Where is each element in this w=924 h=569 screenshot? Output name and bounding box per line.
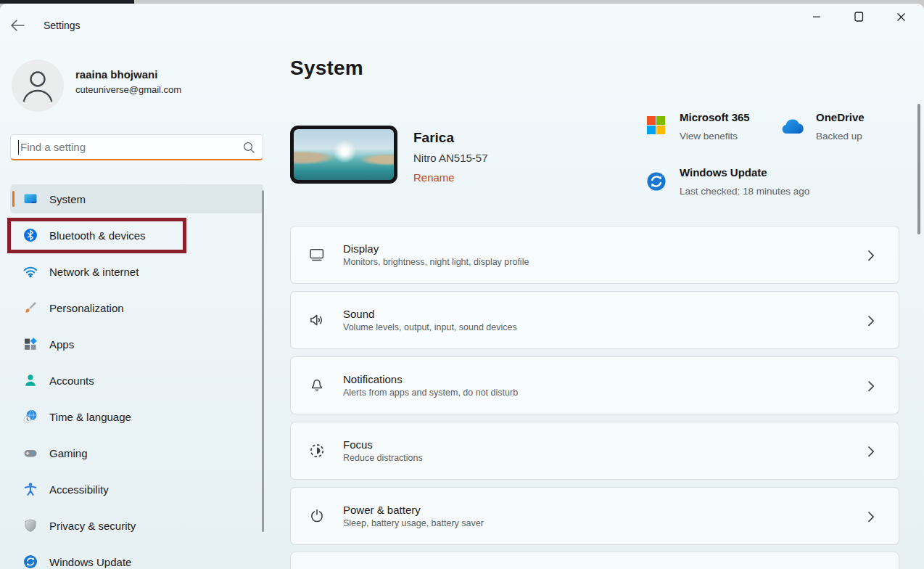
apps-icon [23,337,38,351]
sidebar-item-accessibility[interactable]: Accessibility [10,475,263,504]
row-subtitle: Alerts from apps and system, do not dist… [343,388,518,398]
sidebar-item-label: Gaming [49,447,88,459]
row-subtitle: Monitors, brightness, night light, displ… [343,257,529,267]
back-arrow-icon [10,19,25,32]
privacy-security-icon [23,518,38,533]
close-button[interactable] [888,6,914,28]
rename-link[interactable]: Rename [413,171,455,184]
minimize-icon [812,12,821,21]
text-caret [18,140,19,155]
sidebar-item-time-language[interactable]: Time & language [10,402,263,431]
focus-icon [308,442,326,459]
sidebar-item-label: Accounts [49,374,94,387]
settings-window: Settings raaina bhojwani cuteuniverse@gm… [0,0,924,569]
search-box[interactable] [10,134,263,160]
device-model: Nitro AN515-57 [413,152,488,164]
chevron-right-icon [862,247,880,264]
row-subtitle: Reduce distractions [343,453,423,463]
profile-email: cuteuniverse@gmail.com [75,84,181,95]
profile-name: raaina bhojwani [75,68,157,81]
windows-update-icon [23,554,38,569]
sidebar-item-gaming[interactable]: Gaming [10,438,263,467]
display-icon [308,246,326,263]
microsoft-365-title[interactable]: Microsoft 365 [680,111,750,123]
search-icon [242,141,255,154]
device-thumbnail [290,126,397,184]
sidebar-item-accounts[interactable]: Accounts [10,366,263,395]
power-icon [308,507,326,525]
chevron-right-icon [862,443,880,460]
row-title: Display [343,242,529,255]
minimize-button[interactable] [804,6,830,28]
avatar[interactable] [12,60,64,112]
back-button[interactable] [6,16,29,35]
chevron-right-icon [862,377,880,395]
onedrive-title[interactable]: OneDrive [816,111,865,123]
sidebar-item-label: System [49,193,86,205]
app-title: Settings [44,20,81,31]
settings-row-sound[interactable]: Sound Volume levels, output, input, soun… [290,291,899,349]
accessibility-icon [23,482,38,496]
row-title: Power & battery [343,504,484,516]
accounts-icon [23,373,38,388]
chevron-right-icon [862,312,880,329]
gaming-icon [23,446,38,460]
maximize-icon [854,12,864,22]
microsoft-365-subtitle: View benefits [680,131,738,142]
ms-square-yellow [656,126,665,134]
main-scrollbar[interactable] [917,104,920,234]
bluetooth-icon [23,228,38,242]
search-input[interactable] [20,141,242,153]
sidebar-item-network-internet[interactable]: Network & internet [10,257,263,286]
row-title: Sound [343,308,517,320]
personalization-icon [23,300,38,315]
time-language-icon [23,409,38,424]
sidebar-item-system[interactable]: System [10,184,263,213]
row-subtitle: Volume levels, output, input, sound devi… [343,322,517,332]
sidebar-item-privacy-security[interactable]: Privacy & security [10,511,263,540]
window-surface: Settings raaina bhojwani cuteuniverse@gm… [0,4,924,569]
ms-square-red [647,116,656,125]
sidebar-item-label: Windows Update [49,556,131,568]
settings-row-display[interactable]: Display Monitors, brightness, night ligh… [290,226,899,284]
sidebar-item-apps[interactable]: Apps [10,329,263,359]
sidebar-item-personalization[interactable]: Personalization [10,293,263,322]
close-icon [896,12,906,22]
onedrive-subtitle: Backed up [816,131,862,142]
windows-update-subtitle: Last checked: 18 minutes ago [680,186,809,197]
chevron-right-icon [862,508,880,525]
settings-row-power-battery[interactable]: Power & battery Sleep, battery usage, ba… [290,487,899,545]
settings-row-notifications[interactable]: Notifications Alerts from apps and syste… [290,356,899,414]
sidebar-item-label: Time & language [49,411,131,423]
sidebar-item-label: Accessibility [49,483,109,496]
sidebar-item-label: Bluetooth & devices [49,229,146,242]
sidebar-item-windows-update[interactable]: Windows Update [10,547,263,569]
windows-update-icon [646,171,667,192]
device-name: Farica [413,130,454,146]
notifications-icon [308,377,326,394]
maximize-button[interactable] [846,6,872,28]
sidebar-item-label: Network & internet [49,266,139,278]
onedrive-icon [779,119,805,136]
sidebar-item-label: Privacy & security [49,520,136,532]
settings-row-focus[interactable]: Focus Reduce distractions [290,422,899,480]
sidebar-item-label: Personalization [49,302,124,314]
ms-square-blue [647,126,656,134]
row-title: Focus [343,438,423,451]
windows-update-title[interactable]: Windows Update [680,166,767,179]
settings-row-partial[interactable] [290,552,899,569]
sidebar-item-label: Apps [49,338,74,351]
person-icon [12,60,64,112]
sidebar-scrollbar[interactable] [262,190,264,532]
sound-icon [308,311,326,329]
system-icon [23,192,38,206]
row-title: Notifications [343,373,518,385]
network-icon [23,264,38,279]
page-title: System [290,57,363,80]
selected-indicator [12,191,15,207]
microsoft-365-icon [647,116,665,134]
ms-square-green [656,116,665,125]
row-subtitle: Sleep, battery usage, battery saver [343,518,484,528]
sidebar-item-bluetooth-devices[interactable]: Bluetooth & devices [10,221,263,250]
